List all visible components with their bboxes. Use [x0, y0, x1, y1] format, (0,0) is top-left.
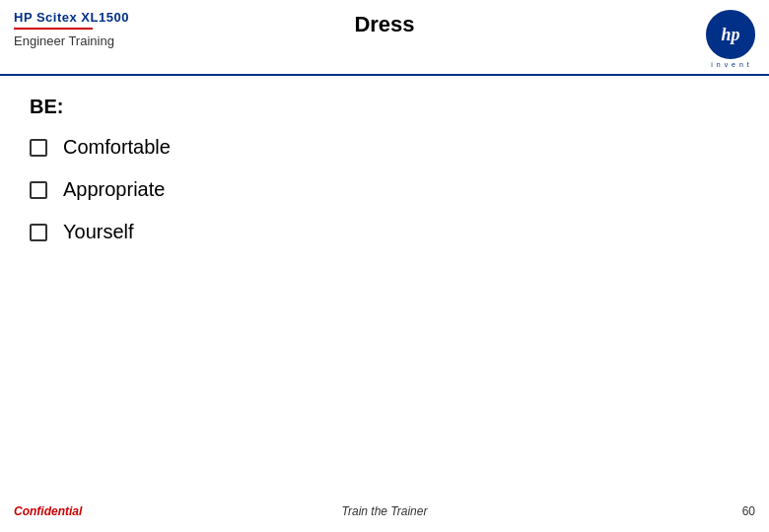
- hp-invent-text: i n v e n t: [706, 61, 755, 68]
- hp-logo-text: hp: [721, 25, 739, 45]
- footer-center-text: Train the Trainer: [342, 504, 428, 518]
- hp-logo-circle: hp: [706, 10, 755, 59]
- slide-header: HP Scitex XL1500 Engineer Training Dress…: [0, 0, 769, 68]
- checkbox-2: [30, 181, 47, 199]
- hp-logo-container: hp i n v e n t: [706, 10, 755, 68]
- slide-footer: Confidential Train the Trainer 60: [0, 504, 769, 518]
- checklist-text-1: Comfortable: [63, 136, 171, 159]
- hp-scitex-logo: HP Scitex XL1500: [14, 10, 129, 26]
- checkbox-3: [30, 224, 47, 241]
- slide-title: Dress: [354, 12, 414, 37]
- logo-underline: [14, 28, 93, 30]
- checklist-text-2: Appropriate: [63, 178, 165, 201]
- be-label: BE:: [30, 96, 739, 118]
- footer-page-number: 60: [742, 504, 755, 518]
- header-left: HP Scitex XL1500 Engineer Training: [14, 10, 129, 48]
- list-item: Appropriate: [30, 178, 739, 201]
- footer-confidential: Confidential: [14, 504, 82, 518]
- slide-content: BE: Comfortable Appropriate Yourself: [0, 76, 769, 283]
- list-item: Yourself: [30, 221, 739, 243]
- list-item: Comfortable: [30, 136, 739, 159]
- engineer-training-label: Engineer Training: [14, 33, 129, 48]
- checklist-text-3: Yourself: [63, 221, 134, 243]
- checkbox-1: [30, 139, 47, 157]
